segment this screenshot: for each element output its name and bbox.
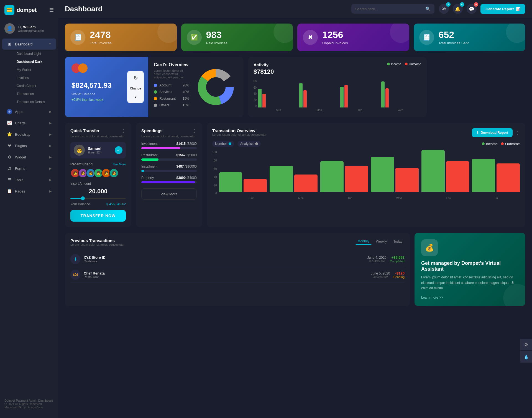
submenu-transaction-details[interactable]: Transaction Details bbox=[12, 98, 56, 106]
floating-settings-button[interactable]: ⚙ bbox=[520, 339, 532, 350]
change-button[interactable]: ↻ Change ▼ bbox=[127, 71, 144, 103]
amount-slider[interactable] bbox=[70, 198, 126, 199]
charts-icon: 📈 bbox=[7, 120, 12, 126]
card-decoration bbox=[157, 24, 177, 43]
sidebar-item-charts[interactable]: 📈 Charts ▶ bbox=[2, 117, 56, 129]
floating-water-button[interactable]: 💧 bbox=[520, 351, 532, 363]
restaurant-fill bbox=[141, 158, 158, 161]
content-area: 🧾 2478 Total Invoices ✅ 983 Paid Invoice… bbox=[58, 18, 532, 418]
property-fill bbox=[141, 181, 195, 183]
account-dot bbox=[154, 84, 157, 87]
tue-outcome-bar bbox=[344, 85, 348, 107]
made-with: Made with ❤ by DesignZone bbox=[4, 406, 54, 409]
restaurant-pct: 15% bbox=[183, 97, 189, 101]
sidebar-item-dashboard[interactable]: ⊞ Dashboard ▼ bbox=[2, 39, 56, 50]
submenu-my-wallet[interactable]: My Wallet bbox=[12, 66, 56, 74]
stat-card-sent-invoices: 🧾 652 Total Invoices Sent bbox=[414, 24, 526, 51]
search-input[interactable] bbox=[355, 7, 423, 11]
va-title: Get managed by Dompet's Virtual Assistan… bbox=[421, 260, 519, 272]
generate-report-button[interactable]: Generate Report 📊 bbox=[480, 4, 525, 14]
user-name: William bbox=[23, 25, 36, 29]
tab-monthly[interactable]: Monthly bbox=[355, 238, 372, 245]
tab-weekly[interactable]: Weekly bbox=[374, 238, 389, 245]
chat-icon-button[interactable]: 💬 5 bbox=[467, 4, 477, 14]
spending-values: $3890 /$4000 bbox=[177, 176, 197, 180]
bag-icon-button[interactable]: 🛍 2 bbox=[439, 4, 449, 14]
analytics-toggle-label: Analytics bbox=[240, 142, 254, 146]
fri-outcome-big-bar bbox=[497, 163, 520, 192]
tab-today[interactable]: Today bbox=[391, 238, 405, 245]
previous-transactions-panel: Previous Transactions Lorem ipsum dolor … bbox=[65, 233, 410, 306]
bar-group-tue bbox=[340, 85, 380, 107]
invoice-icon: 🧾 bbox=[70, 30, 85, 45]
sidebar-item-widget[interactable]: ⚙ Widget ▶ bbox=[2, 152, 56, 163]
outcome-legend: Outcome bbox=[405, 62, 421, 66]
quick-transfer-panel: Quick Transfer ⋮ Lorem ipsum dolor sit a… bbox=[65, 123, 131, 227]
thu-outcome-big-bar bbox=[446, 161, 469, 192]
topbar: Dashboard 🔍 🛍 2 🔔 12 💬 5 Generate Report… bbox=[58, 0, 532, 18]
submenu-invoices[interactable]: Invoices bbox=[12, 74, 56, 82]
donut-svg bbox=[196, 68, 235, 106]
change-label: Change bbox=[130, 87, 141, 90]
generate-report-label: Generate Report bbox=[485, 7, 514, 11]
tx-amount-2: -$120 bbox=[393, 271, 405, 275]
transaction-info-2: Chef Renata Restaurant bbox=[84, 271, 367, 279]
tx-amount-status-2: -$120 Pending bbox=[393, 271, 405, 279]
copyright: © 2021 All Rights Reserved bbox=[4, 402, 54, 406]
spending-item-investment: Investment $1415 /$2000 bbox=[141, 142, 197, 149]
stat-cards: 🧾 2478 Total Invoices ✅ 983 Paid Invoice… bbox=[65, 24, 525, 51]
sidebar-footer: Dompet Payment Admin Dashboard © 2021 Al… bbox=[0, 396, 58, 412]
overview-item-restaurant: Restaurant 15% bbox=[154, 97, 189, 101]
analytics-toggle[interactable]: Analytics bbox=[237, 141, 261, 147]
quick-transfer-menu-button[interactable]: ⋮ bbox=[121, 128, 126, 134]
wallet-card: $824,571.93 Wallet Balance +0.8% than la… bbox=[65, 57, 148, 117]
investment-progress bbox=[141, 147, 197, 149]
gear-icon: ⚙ bbox=[524, 342, 528, 347]
account-label: Account bbox=[159, 83, 183, 87]
transfer-now-button[interactable]: TRANSFER NOW bbox=[70, 210, 126, 222]
to-desc: Lorem ipsum dolor sit amet, consectetur bbox=[212, 133, 267, 136]
activity-info: Activity $78120 bbox=[254, 62, 274, 80]
sidebar-item-plugins[interactable]: ❤ Plugins ▶ bbox=[2, 140, 56, 151]
submenu-dashboard-light[interactable]: Dashboard Light bbox=[12, 50, 56, 58]
mid-section: $824,571.93 Wallet Balance +0.8% than la… bbox=[65, 57, 525, 117]
stat-info: 1256 Unpaid Invoices bbox=[322, 30, 348, 45]
sidebar-item-table[interactable]: ☰ Table ▶ bbox=[2, 174, 56, 185]
friend-avatar-6[interactable]: 👩 bbox=[109, 168, 119, 178]
spending-header: Restaurant $1567 /$5000 bbox=[141, 153, 197, 157]
spending-header: Installment $487 /$10000 bbox=[141, 165, 197, 168]
download-report-button[interactable]: ⬇ Download Report bbox=[472, 128, 513, 137]
sidebar-item-forms[interactable]: 🖨 Forms ▶ bbox=[2, 163, 56, 174]
to-menu-button[interactable]: ⋮ bbox=[515, 130, 520, 135]
bell-icon-button[interactable]: 🔔 12 bbox=[453, 4, 463, 14]
check-icon: ✓ bbox=[115, 146, 122, 154]
spendings-menu-button[interactable]: ⋮ bbox=[192, 128, 197, 134]
submenu-transaction[interactable]: Transaction bbox=[12, 90, 56, 98]
overview-item-services: Services 40% bbox=[154, 90, 189, 94]
see-more-link[interactable]: See More bbox=[112, 163, 126, 166]
outcome-legend-label: Outcome bbox=[505, 142, 520, 146]
va-learn-more-link[interactable]: Learn more >> bbox=[421, 296, 443, 299]
dashboard-icon: ⊞ bbox=[7, 41, 12, 47]
submenu-dashboard-dark[interactable]: Dashboard Dark bbox=[12, 58, 56, 66]
wed-income-big-bar bbox=[371, 157, 394, 192]
sidebar-item-label: Plugins bbox=[15, 144, 47, 148]
number-toggle[interactable]: Number bbox=[212, 141, 234, 147]
income-label: Income bbox=[391, 62, 401, 66]
spendings-panel: Spendings ⋮ Lorem ipsum dolor sit amet, … bbox=[136, 123, 202, 227]
chevron-right-icon: ▶ bbox=[49, 167, 52, 170]
view-more-button[interactable]: View More bbox=[141, 188, 197, 200]
hamburger-button[interactable]: ☰ bbox=[49, 7, 54, 13]
sidebar-item-apps[interactable]: ① Apps ▶ bbox=[2, 106, 56, 117]
spendings-title: Spendings bbox=[141, 128, 163, 133]
stat-label: Paid Invoices bbox=[206, 41, 227, 45]
sidebar-item-pages[interactable]: 📋 Pages ▶ bbox=[2, 186, 56, 197]
tx-name-2: Chef Renata bbox=[84, 271, 367, 275]
activity-amount: $78120 bbox=[254, 68, 274, 75]
submenu-cards-center[interactable]: Cards Center bbox=[12, 82, 56, 90]
activity-y-axis: 80 60 40 20 0 bbox=[254, 80, 257, 107]
stat-label: Unpaid Invoices bbox=[322, 41, 348, 45]
sidebar-item-bootstrap[interactable]: ⭐ Bootstrap ▶ bbox=[2, 129, 56, 140]
spent-amount: $1415 bbox=[177, 142, 186, 146]
wallet-overview-panel: $824,571.93 Wallet Balance +0.8% than la… bbox=[65, 57, 244, 117]
